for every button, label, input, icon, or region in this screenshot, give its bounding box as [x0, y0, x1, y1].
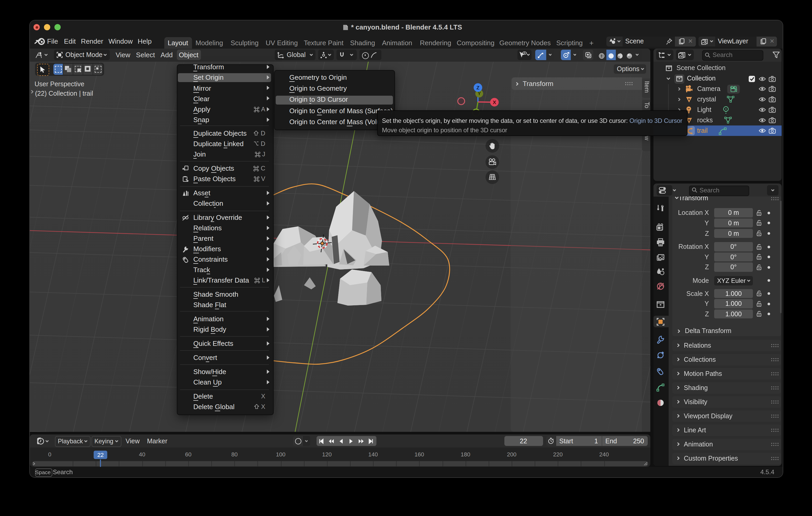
svg-text:Z: Z: [476, 85, 480, 90]
svg-text:X: X: [493, 99, 496, 105]
